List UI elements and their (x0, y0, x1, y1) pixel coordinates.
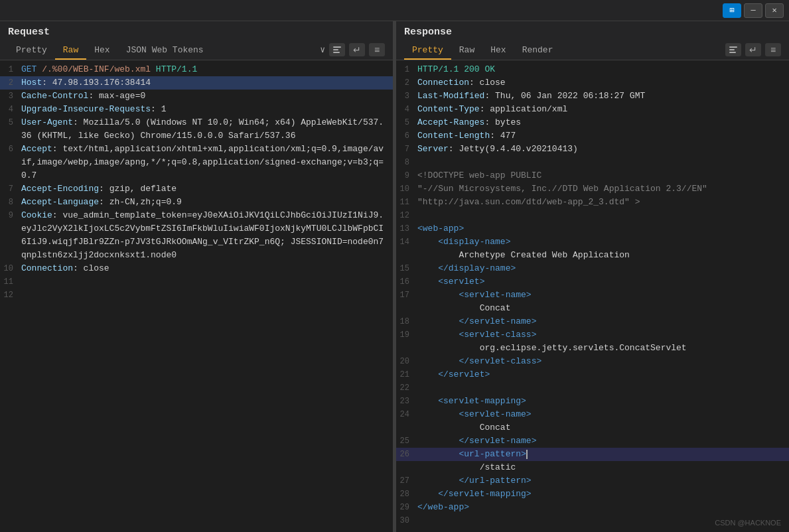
response-code-area[interactable]: 1 HTTP/1.1 200 OK 2 Connection: close 3 … (396, 60, 789, 532)
response-line-17b: Concat (396, 302, 789, 315)
response-line-29: 29 </web-app> (396, 501, 789, 514)
response-line-25: 25 </servlet-name> (396, 434, 789, 448)
tab-request-jwt[interactable]: JSON Web Tokens (118, 42, 212, 60)
tab-request-raw[interactable]: Raw (55, 42, 86, 60)
request-line-11: 11 (0, 275, 393, 289)
response-title: Response (404, 27, 781, 38)
response-line-10: 10 "-//Sun Microsystems, Inc.//DTD Web A… (396, 182, 789, 196)
response-wrap-btn[interactable]: ↵ (745, 43, 761, 56)
request-format-btn[interactable] (329, 43, 345, 56)
tab-request-pretty[interactable]: Pretty (8, 42, 55, 60)
request-line-4: 4 Upgrade-Insecure-Requests: 1 (0, 103, 393, 116)
tab-response-pretty[interactable]: Pretty (404, 42, 451, 60)
tab-request-hex[interactable]: Hex (86, 42, 117, 60)
response-line-7: 7 Server: Jetty(9.4.40.v20210413) (396, 143, 789, 156)
svg-rect-4 (729, 49, 735, 50)
response-line-6: 6 Content-Length: 477 (396, 129, 789, 143)
svg-rect-5 (729, 52, 736, 53)
response-panel: Response Pretty Raw Hex Render ↵ (396, 21, 789, 532)
response-line-14: 14 <display-name> (396, 235, 789, 249)
response-line-16: 16 <servlet> (396, 275, 789, 289)
svg-rect-0 (333, 46, 341, 48)
response-line-24b: Concat (396, 421, 789, 434)
response-line-26b: /static (396, 461, 789, 474)
split-view-btn[interactable]: ⊞ (723, 3, 741, 18)
request-title: Request (8, 27, 385, 38)
response-line-13: 13 <web-app> (396, 222, 789, 235)
response-line-11: 11 "http://java.sun.com/dtd/web-app_2_3.… (396, 196, 789, 209)
request-menu-btn[interactable]: ≡ (369, 43, 385, 56)
request-line-8: 8 Accept-Language: zh-CN,zh;q=0.9 (0, 196, 393, 209)
request-line-1: 1 GET /.%00/WEB-INF/web.xml HTTP/1.1 (0, 63, 393, 76)
response-line-14b: Archetype Created Web Application (396, 249, 789, 262)
response-tab-extras: ↵ ≡ (725, 43, 781, 59)
response-header: Response Pretty Raw Hex Render ↵ (396, 21, 789, 60)
response-line-8: 8 (396, 156, 789, 169)
response-line-4: 4 Content-Type: application/xml (396, 103, 789, 116)
close-btn[interactable]: ✕ (765, 3, 784, 18)
request-line-5: 5 User-Agent: Mozilla/5.0 (Windows NT 10… (0, 116, 393, 143)
request-line-7: 7 Accept-Encoding: gzip, deflate (0, 182, 393, 196)
request-wrap-btn[interactable]: ↵ (349, 43, 365, 56)
request-line-10: 10 Connection: close (0, 262, 393, 275)
response-line-17: 17 <servlet-name> (396, 289, 789, 302)
response-line-21: 21 </servlet> (396, 368, 789, 381)
svg-rect-2 (333, 52, 340, 53)
response-line-15: 15 </display-name> (396, 262, 789, 275)
response-line-1: 1 HTTP/1.1 200 OK (396, 63, 789, 76)
response-line-5: 5 Accept-Ranges: bytes (396, 116, 789, 129)
request-code-area[interactable]: 1 GET /.%00/WEB-INF/web.xml HTTP/1.1 2 H… (0, 60, 393, 532)
request-dropdown-arrow[interactable]: ∨ (320, 44, 325, 55)
response-line-28: 28 </servlet-mapping> (396, 488, 789, 501)
tab-response-render[interactable]: Render (514, 42, 561, 60)
response-line-12: 12 (396, 209, 789, 222)
tab-response-raw[interactable]: Raw (451, 42, 482, 60)
response-line-22: 22 (396, 381, 789, 395)
response-line-3: 3 Last-Modified: Thu, 06 Jan 2022 06:18:… (396, 90, 789, 103)
main-container: Request Pretty Raw Hex JSON Web Tokens ∨ (0, 21, 789, 532)
svg-rect-3 (729, 46, 737, 48)
request-tab-bar: Pretty Raw Hex JSON Web Tokens ∨ ↵ (8, 42, 385, 60)
top-bar: ⊞ — ✕ (0, 0, 789, 21)
response-line-19b: org.eclipse.jetty.servlets.ConcatServlet (396, 342, 789, 355)
request-panel: Request Pretty Raw Hex JSON Web Tokens ∨ (0, 21, 394, 532)
request-line-12: 12 (0, 289, 393, 302)
request-line-2: 2 Host: 47.98.193.176:38414 (0, 76, 393, 90)
response-line-20: 20 </servlet-class> (396, 355, 789, 368)
response-line-23: 23 <servlet-mapping> (396, 395, 789, 408)
request-header: Request Pretty Raw Hex JSON Web Tokens ∨ (0, 21, 393, 60)
response-tab-bar: Pretty Raw Hex Render ↵ (404, 42, 781, 60)
response-line-27: 27 </url-pattern> (396, 474, 789, 488)
request-line-6: 6 Accept: text/html,application/xhtml+xm… (0, 143, 393, 182)
response-line-9: 9 <!DOCTYPE web-app PUBLIC (396, 169, 789, 182)
response-line-18: 18 </servlet-name> (396, 315, 789, 328)
tab-response-hex[interactable]: Hex (482, 42, 514, 60)
watermark: CSDN @HACKNOE (715, 519, 781, 527)
response-line-26: 26 <url-pattern> (396, 448, 789, 461)
response-line-2: 2 Connection: close (396, 76, 789, 90)
response-menu-btn[interactable]: ≡ (765, 43, 781, 56)
minimize-btn[interactable]: — (744, 3, 762, 18)
request-tab-extras: ∨ ↵ ≡ (320, 43, 385, 59)
svg-rect-1 (333, 49, 338, 50)
response-line-19: 19 <servlet-class> (396, 328, 789, 342)
request-line-3: 3 Cache-Control: max-age=0 (0, 90, 393, 103)
response-line-24: 24 <servlet-name> (396, 408, 789, 421)
response-format-btn[interactable] (725, 43, 741, 56)
request-line-9: 9 Cookie: vue_admin_template_token=eyJ0e… (0, 209, 393, 262)
